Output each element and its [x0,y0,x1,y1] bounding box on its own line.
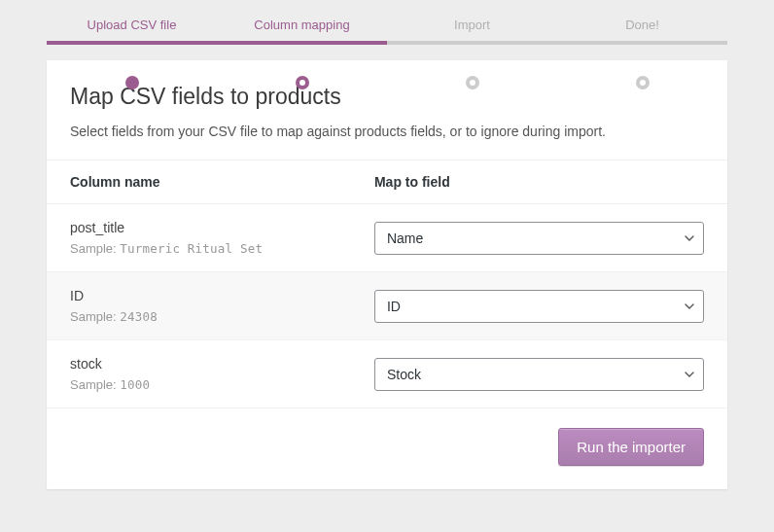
csv-column-sample: Sample: 24308 [70,309,374,324]
step-dot-icon [296,76,309,89]
page-title: Map CSV fields to products [70,84,704,110]
step-label: Done! [625,18,659,32]
map-field-select[interactable]: ID [374,290,704,323]
table-row: post_title Sample: Turmeric Ritual Set N… [47,204,727,272]
page-description: Select fields from your CSV file to map … [70,122,704,142]
column-name-header: Column name [70,174,374,190]
step-dot-icon [466,76,479,89]
csv-column-sample: Sample: 1000 [70,377,374,392]
csv-column-name: ID [70,288,374,303]
csv-column-sample: Sample: Turmeric Ritual Set [70,241,374,256]
table-row: stock Sample: 1000 Stock [47,340,727,408]
map-to-field-header: Map to field [374,174,704,190]
step-dot-icon [125,76,139,89]
csv-column-name: stock [70,356,374,372]
run-importer-button[interactable]: Run the importer [558,428,704,466]
wizard-stepper: Upload CSV file Column mapping Import Do… [0,0,774,39]
table-row: ID Sample: 24308 ID [47,272,727,340]
stepper-line [47,41,727,45]
step-import: Import [387,18,557,39]
mapping-table: Column name Map to field post_title Samp… [47,160,727,408]
step-label: Upload CSV file [88,18,177,32]
csv-column-name: post_title [70,220,374,235]
step-done: Done! [557,18,727,39]
mapping-card: Map CSV fields to products Select fields… [47,60,727,489]
step-mapping[interactable]: Column mapping [217,18,387,39]
map-field-select[interactable]: Stock [374,358,704,391]
step-label: Column mapping [254,18,349,32]
map-field-select[interactable]: Name [374,222,704,255]
step-dot-icon [636,76,650,89]
step-upload[interactable]: Upload CSV file [47,18,217,39]
step-label: Import [454,18,490,32]
